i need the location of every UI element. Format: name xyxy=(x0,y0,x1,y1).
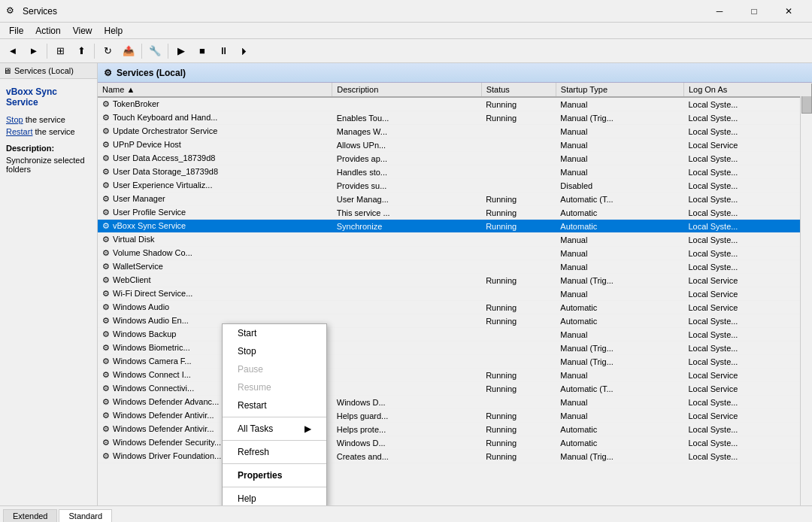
service-name-cell: ⚙Update Orchestrator Service xyxy=(98,125,332,138)
up-button[interactable]: ⬆ xyxy=(71,42,91,60)
table-row[interactable]: ⚙Windows Driver Foundation... Creates an… xyxy=(98,450,812,463)
refresh-button[interactable]: ↻ xyxy=(98,42,117,60)
table-row[interactable]: ⚙Windows Biometric... Manual (Trig... Lo… xyxy=(98,341,812,355)
service-desc-cell: This service ... xyxy=(332,206,481,220)
service-icon: ⚙ xyxy=(102,438,110,447)
toolbar-separator-3 xyxy=(141,44,142,59)
service-startup-cell: Manual (Trig... xyxy=(556,111,683,125)
table-row[interactable]: ⚙User Data Access_18739d8 Provides ap...… xyxy=(98,152,812,165)
service-status-cell: Running xyxy=(481,382,556,396)
table-row[interactable]: ⚙Windows Connect I... Running Manual Loc… xyxy=(98,369,812,382)
service-icon: ⚙ xyxy=(102,208,110,217)
service-icon: ⚙ xyxy=(102,316,110,325)
col-logon[interactable]: Log On As xyxy=(683,83,811,97)
start-service-button[interactable]: ▶ xyxy=(171,42,191,60)
table-row[interactable]: ⚙Windows Audio Running Automatic Local S… xyxy=(98,301,812,314)
service-desc-cell xyxy=(332,355,481,369)
ctx-sep-2 xyxy=(223,440,326,441)
ctx-help[interactable]: Help xyxy=(223,490,326,505)
properties-button[interactable]: 🔧 xyxy=(145,42,165,60)
left-panel: 🖥 Services (Local) vBoxx Sync Service St… xyxy=(0,63,98,505)
back-button[interactable]: ◄ xyxy=(3,42,23,60)
table-row[interactable]: ⚙User Manager User Manag... Running Auto… xyxy=(98,193,812,206)
service-icon: ⚙ xyxy=(102,411,110,420)
table-row[interactable]: ⚙UPnP Device Host Allows UPn... Manual L… xyxy=(98,138,812,152)
service-status-cell: Running xyxy=(481,314,556,328)
col-name[interactable]: Name ▲ xyxy=(98,83,332,97)
restart-service-button[interactable]: ⏵ xyxy=(235,42,254,60)
menu-file[interactable]: File xyxy=(3,24,29,38)
service-icon: ⚙ xyxy=(102,275,110,284)
service-logon-cell: Local Service xyxy=(683,138,811,152)
menu-view[interactable]: View xyxy=(67,24,98,38)
table-row[interactable]: ⚙vBoxx Sync Service Synchronize Running … xyxy=(98,220,812,233)
table-row[interactable]: ⚙TokenBroker Running Manual Local Syste.… xyxy=(98,97,812,111)
table-row[interactable]: ⚙Windows Backup Manual Local Syste... xyxy=(98,328,812,341)
service-logon-cell: Local Service xyxy=(683,274,811,287)
scrollbar[interactable] xyxy=(800,83,812,505)
forward-button[interactable]: ► xyxy=(24,42,44,60)
panel-header-title: Services (Local) xyxy=(117,68,186,78)
table-row[interactable]: ⚙Touch Keyboard and Hand... Enables Tou.… xyxy=(98,111,812,125)
table-row[interactable]: ⚙Wi-Fi Direct Service... Manual Local Se… xyxy=(98,287,812,301)
ctx-stop[interactable]: Stop xyxy=(223,342,326,360)
menu-bar: File Action View Help xyxy=(0,23,812,39)
pause-service-button[interactable]: ⏸ xyxy=(214,42,233,60)
service-icon: ⚙ xyxy=(102,451,110,460)
service-icon: ⚙ xyxy=(102,221,110,230)
services-table: Name ▲ Description Status Startup Type L… xyxy=(98,83,812,463)
stop-service-button[interactable]: ■ xyxy=(192,42,212,60)
table-row[interactable]: ⚙Windows Defender Antivir... Helps prote… xyxy=(98,423,812,436)
ctx-properties[interactable]: Properties xyxy=(223,466,326,484)
ctx-refresh[interactable]: Refresh xyxy=(223,443,326,461)
col-desc[interactable]: Description xyxy=(332,83,481,97)
service-startup-cell: Manual xyxy=(556,97,683,111)
col-status[interactable]: Status xyxy=(481,83,556,97)
stop-link[interactable]: Stop xyxy=(6,115,23,124)
show-hide-button[interactable]: ⊞ xyxy=(50,42,70,60)
table-row[interactable]: ⚙User Experience Virtualiz... Provides s… xyxy=(98,179,812,193)
service-icon: ⚙ xyxy=(102,289,110,298)
table-row[interactable]: ⚙Windows Camera F... Manual (Trig... Loc… xyxy=(98,355,812,369)
service-startup-cell: Manual xyxy=(556,152,683,165)
table-row[interactable]: ⚙Windows Audio En... Running Automatic L… xyxy=(98,314,812,328)
minimize-button[interactable]: ─ xyxy=(702,0,737,23)
table-row[interactable]: ⚙WalletService Manual Local Syste... xyxy=(98,260,812,274)
menu-help[interactable]: Help xyxy=(98,24,129,38)
service-startup-cell: Manual xyxy=(556,409,683,423)
service-desc-cell xyxy=(332,301,481,314)
service-startup-cell: Manual xyxy=(556,165,683,179)
service-desc-cell xyxy=(332,274,481,287)
export-button[interactable]: 📤 xyxy=(119,42,138,60)
service-name-cell: ⚙User Data Storage_18739d8 xyxy=(98,165,332,179)
tree-icon: 🖥 xyxy=(3,66,11,75)
ctx-restart[interactable]: Restart xyxy=(223,396,326,414)
service-icon: ⚙ xyxy=(102,113,110,122)
table-row[interactable]: ⚙Windows Defender Antivir... Helps guard… xyxy=(98,409,812,423)
tab-extended[interactable]: Extended xyxy=(3,509,57,522)
table-row[interactable]: ⚙Update Orchestrator Service Manages W..… xyxy=(98,125,812,138)
close-button[interactable]: ✕ xyxy=(771,0,806,23)
service-name-cell: ⚙User Manager xyxy=(98,193,332,206)
table-row[interactable]: ⚙Windows Connectivi... Running Automatic… xyxy=(98,382,812,396)
service-logon-cell: Local Service xyxy=(683,287,811,301)
maximize-button[interactable]: □ xyxy=(737,0,771,23)
table-row[interactable]: ⚙User Data Storage_18739d8 Handles sto..… xyxy=(98,165,812,179)
menu-action[interactable]: Action xyxy=(29,24,66,38)
restart-link[interactable]: Restart xyxy=(6,127,32,136)
ctx-all-tasks[interactable]: All Tasks ▶ xyxy=(223,420,326,438)
col-startup[interactable]: Startup Type xyxy=(556,83,683,97)
service-icon: ⚙ xyxy=(102,329,110,338)
table-row[interactable]: ⚙Volume Shadow Co... Manual Local Syste.… xyxy=(98,247,812,260)
table-row[interactable]: ⚙WebClient Running Manual (Trig... Local… xyxy=(98,274,812,287)
table-row[interactable]: ⚙Windows Defender Security... Windows D.… xyxy=(98,436,812,450)
table-row[interactable]: ⚙Windows Defender Advanc... Windows D...… xyxy=(98,396,812,409)
service-desc-cell xyxy=(332,314,481,328)
main-area: 🖥 Services (Local) vBoxx Sync Service St… xyxy=(0,63,812,505)
table-row[interactable]: ⚙User Profile Service This service ... R… xyxy=(98,206,812,220)
service-logon-cell: Local Syste... xyxy=(683,328,811,341)
service-startup-cell: Automatic (T... xyxy=(556,382,683,396)
tab-standard[interactable]: Standard xyxy=(59,509,112,522)
table-row[interactable]: ⚙Virtual Disk Manual Local Syste... xyxy=(98,233,812,247)
ctx-start[interactable]: Start xyxy=(223,324,326,342)
